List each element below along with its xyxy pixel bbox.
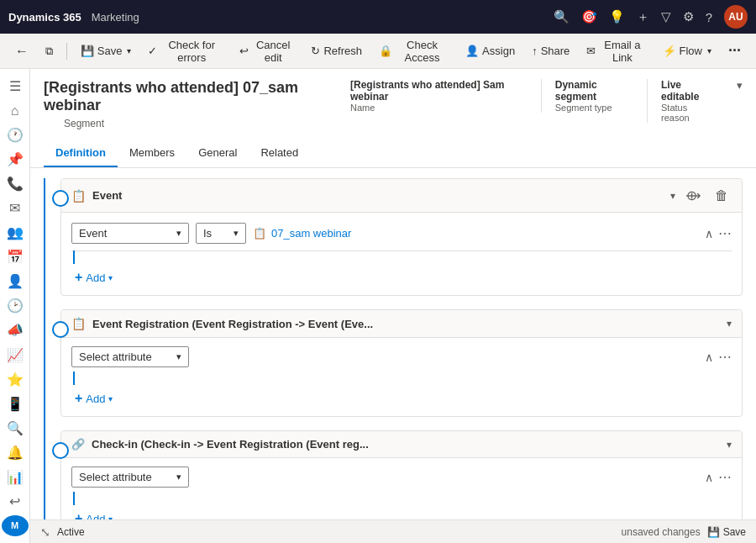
sidebar-item-person[interactable]: 👤 — [2, 271, 29, 292]
cancel-edit-button[interactable]: ↩ Cancel edit — [233, 38, 301, 65]
event-reg-add-button[interactable]: + Add ▾ — [71, 389, 116, 408]
event-reg-cursor-container — [61, 372, 742, 384]
check-icon: ✓ — [148, 45, 157, 57]
back-button[interactable]: ← — [8, 38, 35, 65]
event-reg-select-attr-row: Select attribute ▾ ∧ ⋯ — [61, 341, 742, 372]
event-cursor — [73, 250, 75, 264]
checkin-add-button[interactable]: + Add ▾ — [71, 509, 116, 519]
command-bar: ← ⧉ 💾 Save ▾ ✓ Check for errors ↩ Cancel… — [0, 34, 756, 69]
breadcrumb: [Registrants who attended] 07_sam webina… — [44, 79, 337, 114]
sidebar-item-email[interactable]: ✉ — [2, 198, 29, 219]
checkin-more-button[interactable]: ⋯ — [718, 469, 732, 485]
separator-1 — [66, 43, 67, 60]
page-subtitle: Segment — [64, 118, 337, 129]
page-header: [Registrants who attended] 07_sam webina… — [30, 69, 756, 168]
help-icon[interactable]: ? — [706, 10, 712, 24]
sidebar-item-pinned[interactable]: 📌 — [2, 149, 29, 170]
plus-icon[interactable]: ＋ — [637, 9, 649, 25]
event-reg-collapse-button[interactable]: ∧ — [705, 351, 713, 364]
tab-members[interactable]: Members — [118, 140, 186, 167]
sidebar-item-search[interactable]: 🔍 — [2, 418, 29, 439]
event-reg-group-header[interactable]: 📋 Event Registration (Event Registration… — [61, 310, 742, 338]
event-group: 📋 Event ▾ ⟴ 🗑 Event — [60, 178, 743, 296]
event-collapse-button[interactable]: ∧ — [705, 227, 713, 240]
search-icon[interactable]: 🔍 — [554, 9, 570, 24]
refresh-icon: ↻ — [311, 45, 320, 57]
event-group-body: Event ▾ Is ▾ 📋 07_sam webinar — [61, 213, 742, 295]
event-attribute-select[interactable]: Event ▾ — [71, 223, 189, 244]
header-meta-section: [Registrants who attended] Sam webinar N… — [337, 79, 743, 123]
user-avatar[interactable]: AU — [724, 5, 748, 29]
sidebar-item-calendar[interactable]: 📅 — [2, 246, 29, 267]
meta-status: Live editable Status reason — [647, 79, 730, 123]
sidebar-item-star[interactable]: ⭐ — [2, 369, 29, 390]
event-group-delete-button[interactable]: 🗑 — [711, 187, 732, 205]
sidebar-item-chart[interactable]: 📊 — [2, 467, 29, 488]
status-save-button[interactable]: 💾 Save — [707, 526, 746, 538]
sidebar-item-hamburger[interactable]: ☰ — [2, 76, 29, 97]
sidebar-item-back[interactable]: ↩ — [2, 491, 29, 512]
page-title: [Registrants who attended] 07_sam webina… — [44, 79, 337, 114]
event-reg-group-body: Select attribute ▾ ∧ ⋯ — [61, 338, 742, 416]
status-expand-button[interactable]: ⤡ — [40, 525, 50, 539]
sidebar-item-graph[interactable]: 📈 — [2, 345, 29, 366]
sidebar-item-marketing[interactable]: 📣 — [2, 319, 29, 340]
event-cursor-container — [61, 251, 742, 263]
share-button[interactable]: ↑ Share — [525, 38, 576, 65]
sidebar-item-user-initial[interactable]: M — [2, 515, 29, 536]
settings-icon[interactable]: ⚙ — [683, 9, 694, 24]
event-operator-select[interactable]: Is ▾ — [196, 223, 246, 244]
page-area: [Registrants who attended] 07_sam webina… — [30, 69, 756, 543]
event-reg-group-title: Event Registration (Event Registration -… — [92, 318, 727, 330]
checkin-cursor — [73, 492, 75, 505]
checkin-attribute-select[interactable]: Select attribute ▾ — [71, 467, 189, 488]
event-add-chevron-icon: ▾ — [108, 273, 113, 282]
sidebar-item-bell[interactable]: 🔔 — [2, 442, 29, 463]
open-in-window-button[interactable]: ⧉ — [39, 38, 60, 65]
check-errors-button[interactable]: ✓ Check for errors — [141, 38, 229, 65]
event-group-icon: 📋 — [71, 189, 86, 203]
flow-button[interactable]: ⚡ Flow ▾ — [656, 38, 718, 65]
checkin-attr-chevron-icon: ▾ — [176, 472, 181, 482]
event-add-button[interactable]: + Add ▾ — [71, 268, 116, 287]
sidebar-item-phone[interactable]: 📞 — [2, 173, 29, 194]
event-group-share-button[interactable]: ⟴ — [682, 186, 705, 205]
more-commands-button[interactable]: ··· — [722, 38, 748, 65]
filter-icon[interactable]: ▽ — [661, 9, 671, 24]
checkin-chevron-icon: ▾ — [727, 439, 732, 451]
sidebar-item-home[interactable]: ⌂ — [2, 100, 29, 121]
save-button[interactable]: 💾 Save ▾ — [74, 38, 139, 65]
checkin-collapse-button[interactable]: ∧ — [705, 471, 713, 484]
event-group-actions: ▾ ⟴ 🗑 — [670, 186, 732, 205]
meta-segment-type-value: Dynamic segment — [555, 79, 633, 103]
event-reg-more-button[interactable]: ⋯ — [718, 349, 732, 365]
sidebar: ☰ ⌂ 🕐 📌 📞 ✉ 👥 📅 👤 🕑 📣 📈 ⭐ 📱 🔍 🔔 📊 ↩ M — [0, 69, 30, 543]
check-access-button[interactable]: 🔒 Check Access — [372, 38, 455, 65]
sidebar-item-recent[interactable]: 🕐 — [2, 124, 29, 145]
sidebar-item-clock[interactable]: 🕑 — [2, 295, 29, 316]
event-group-header[interactable]: 📋 Event ▾ ⟴ 🗑 — [61, 179, 742, 213]
target-icon[interactable]: 🎯 — [581, 9, 597, 24]
event-value-icon: 📋 — [253, 227, 266, 240]
event-more-button[interactable]: ⋯ — [718, 225, 732, 241]
checkin-group-actions: ▾ — [727, 439, 732, 451]
status-right: unsaved changes 💾 Save — [622, 526, 746, 538]
meta-name-value: [Registrants who attended] Sam webinar — [350, 79, 528, 103]
event-reg-attribute-select[interactable]: Select attribute ▾ — [71, 346, 189, 367]
event-condition-row: Event ▾ Is ▾ 📋 07_sam webinar — [61, 216, 742, 250]
header-collapse-button[interactable]: ▾ — [737, 79, 743, 92]
lightbulb-icon[interactable]: 💡 — [609, 9, 625, 24]
event-reg-add-icon: + — [75, 391, 82, 406]
sidebar-item-mobile[interactable]: 📱 — [2, 393, 29, 414]
refresh-button[interactable]: ↻ Refresh — [304, 38, 369, 65]
tab-definition[interactable]: Definition — [44, 140, 118, 167]
checkin-group-header[interactable]: 🔗 Check-in (Check-in -> Event Registrati… — [61, 431, 742, 458]
sidebar-item-contacts[interactable]: 👥 — [2, 222, 29, 243]
email-link-button[interactable]: ✉ Email a Link — [580, 38, 652, 65]
tab-related[interactable]: Related — [249, 140, 310, 167]
status-text: Active — [57, 526, 85, 538]
tab-general[interactable]: General — [186, 140, 249, 167]
save-chevron-icon: ▾ — [127, 46, 131, 55]
back-icon: ← — [15, 44, 29, 59]
assign-button[interactable]: 👤 Assign — [459, 38, 522, 65]
